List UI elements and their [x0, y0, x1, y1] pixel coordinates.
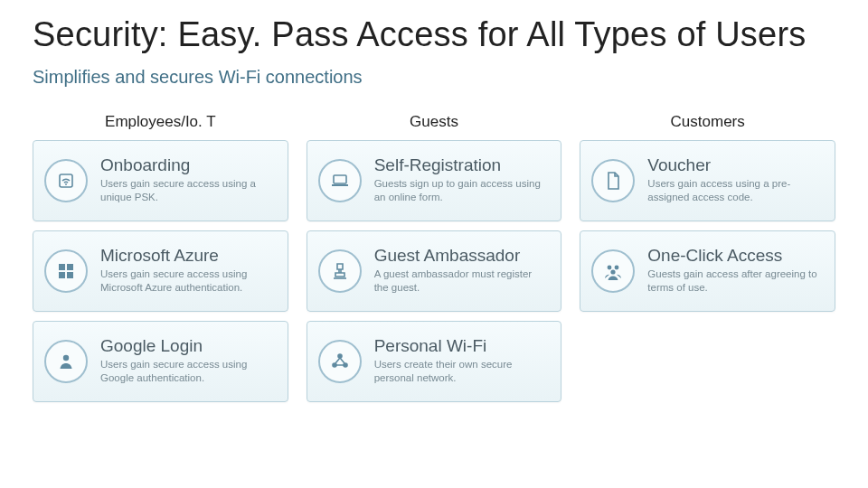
card-text: Voucher Users gain access using a pre-as… [647, 156, 822, 205]
svg-point-12 [615, 265, 619, 269]
document-icon [591, 159, 635, 202]
svg-point-6 [63, 355, 69, 361]
card-one-click-access: One-Click Access Guests gain access afte… [580, 230, 835, 312]
svg-rect-5 [67, 272, 73, 278]
card-desc: Users gain secure access using a unique … [100, 177, 275, 205]
card-text: Guest Ambassador A guest ambassador must… [374, 247, 549, 296]
svg-point-11 [608, 265, 612, 269]
group-icon [591, 249, 635, 293]
card-text: One-Click Access Guests gain access afte… [647, 247, 822, 296]
card-self-registration: Self-Registration Guests sign up to gain… [307, 140, 562, 221]
column-label: Guests [307, 113, 562, 131]
card-desc: Users gain secure access using Microsoft… [100, 267, 275, 296]
network-icon [318, 340, 362, 383]
column-customers: Customers Voucher Users gain access usin… [580, 113, 835, 402]
card-text: Personal Wi-Fi Users create their own se… [374, 337, 549, 386]
card-title: Onboarding [100, 156, 275, 175]
subtitle: Simplifies and secures Wi-Fi connections [33, 67, 835, 88]
card-desc: A guest ambassador must register the gue… [374, 267, 549, 296]
card-desc: Users gain access using a pre-assigned a… [647, 177, 822, 205]
svg-point-13 [611, 269, 616, 274]
slide: Security: Easy. Pass Access for All Type… [0, 0, 868, 488]
card-microsoft-azure: Microsoft Azure Users gain secure access… [33, 230, 288, 312]
card-text: Microsoft Azure Users gain secure access… [100, 247, 275, 296]
card-title: Voucher [647, 156, 822, 175]
card-title: Personal Wi-Fi [374, 337, 549, 356]
svg-point-9 [333, 363, 336, 367]
wifi-badge-icon [44, 159, 88, 202]
card-onboarding: Onboarding Users gain secure access usin… [33, 140, 288, 221]
cards-list: Self-Registration Guests sign up to gain… [307, 140, 562, 402]
column-label: Customers [580, 113, 835, 131]
card-desc: Guests sign up to gain access using an o… [374, 177, 549, 205]
card-title: Self-Registration [374, 156, 549, 175]
card-title: Microsoft Azure [100, 247, 275, 266]
card-desc: Guests gain access after agreeing to ter… [647, 267, 822, 296]
svg-point-1 [65, 183, 67, 185]
svg-rect-2 [59, 264, 65, 270]
card-text: Google Login Users gain secure access us… [100, 337, 275, 386]
card-voucher: Voucher Users gain access using a pre-as… [580, 140, 835, 221]
columns-container: Employees/Io. T Onboarding Users gain se [33, 113, 835, 402]
card-desc: Users gain secure access using Google au… [100, 358, 275, 386]
column-label: Employees/Io. T [33, 113, 288, 131]
svg-rect-3 [67, 264, 73, 270]
svg-point-10 [344, 363, 347, 367]
column-guests: Guests Self-Registration Guests sign up … [307, 113, 562, 402]
card-title: Google Login [100, 337, 275, 356]
card-personal-wifi: Personal Wi-Fi Users create their own se… [307, 321, 562, 402]
cards-list: Onboarding Users gain secure access usin… [33, 140, 288, 402]
card-guest-ambassador: Guest Ambassador A guest ambassador must… [307, 230, 562, 312]
svg-rect-4 [59, 272, 65, 278]
card-text: Self-Registration Guests sign up to gain… [374, 156, 549, 205]
cards-list: Voucher Users gain access using a pre-as… [580, 140, 835, 312]
person-icon [44, 340, 88, 383]
card-text: Onboarding Users gain secure access usin… [100, 156, 275, 205]
svg-point-8 [338, 354, 342, 358]
card-title: One-Click Access [647, 247, 822, 266]
laptop-icon [318, 159, 362, 202]
column-employees-iot: Employees/Io. T Onboarding Users gain se [33, 113, 288, 402]
azure-grid-icon [44, 249, 88, 293]
stamp-icon [318, 249, 362, 293]
card-desc: Users create their own secure personal n… [374, 358, 549, 386]
page-title: Security: Easy. Pass Access for All Type… [33, 16, 835, 54]
card-google-login: Google Login Users gain secure access us… [33, 321, 288, 402]
svg-rect-7 [334, 175, 346, 183]
card-title: Guest Ambassador [374, 247, 549, 266]
